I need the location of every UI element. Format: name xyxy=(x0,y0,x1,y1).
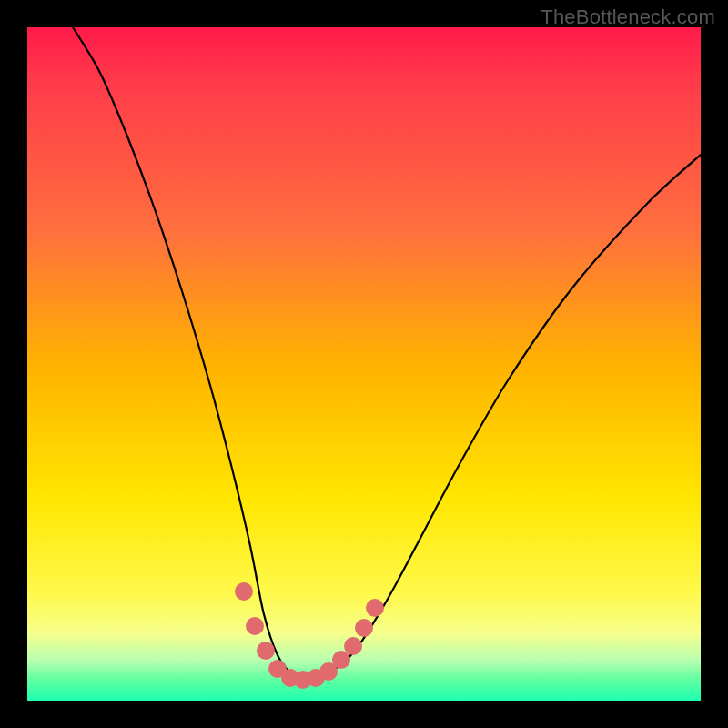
curve-marker xyxy=(235,582,253,601)
bottleneck-curve xyxy=(27,27,701,701)
curve-marker xyxy=(257,642,275,660)
curve-marker xyxy=(366,599,384,617)
curve-marker xyxy=(307,669,325,687)
curve-marker xyxy=(332,651,350,669)
curve-marker xyxy=(294,671,312,689)
curve-marker xyxy=(246,617,264,635)
curve-marker xyxy=(281,669,299,687)
curve-marker xyxy=(319,662,338,681)
curve-marker xyxy=(344,637,362,655)
curve-marker xyxy=(355,619,373,637)
plot-area xyxy=(27,27,701,701)
chart-frame: TheBottleneck.com xyxy=(0,0,728,728)
watermark-text: TheBottleneck.com xyxy=(541,5,715,29)
curve-marker xyxy=(268,660,287,678)
